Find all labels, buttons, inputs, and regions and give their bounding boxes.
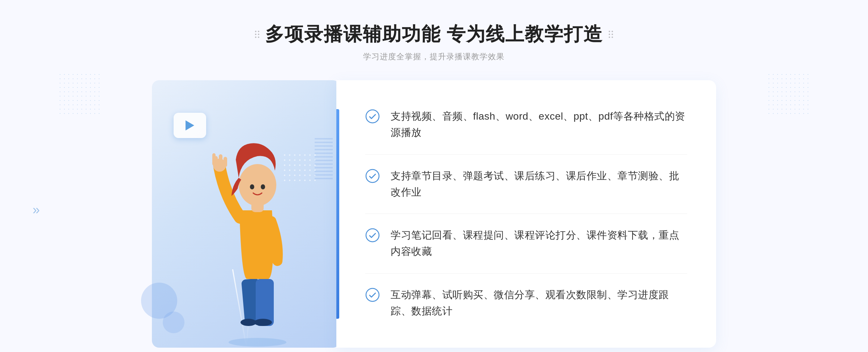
chevron-left-decoration: »	[33, 202, 40, 218]
deco-circle-2	[163, 312, 184, 333]
blue-bar-decoration	[336, 109, 339, 319]
check-icon-1	[365, 109, 380, 124]
feature-text-1: 支持视频、音频、flash、word、excel、ppt、pdf等各种格式的资源…	[391, 108, 687, 141]
dots-icon-left	[255, 31, 259, 38]
svg-rect-11	[219, 154, 222, 166]
video-play-button[interactable]	[174, 113, 206, 138]
svg-point-7	[250, 184, 254, 189]
illustration-panel	[152, 80, 340, 348]
page-subtitle: 学习进度全掌握，提升录播课教学效果	[255, 51, 613, 62]
svg-point-0	[229, 338, 286, 347]
feature-text-3: 学习笔记回看、课程提问、课程评论打分、课件资料下载，重点内容收藏	[391, 227, 687, 260]
svg-point-16	[366, 229, 379, 242]
svg-point-15	[366, 169, 379, 183]
dots-decoration-right	[767, 72, 810, 116]
check-icon-3	[365, 228, 380, 242]
svg-point-6	[239, 164, 276, 206]
dots-icon-right	[609, 31, 613, 38]
page-title: 多项录播课辅助功能 专为线上教学打造	[265, 22, 603, 47]
svg-point-8	[261, 184, 265, 189]
content-area: 支持视频、音频、flash、word、excel、ppt、pdf等各种格式的资源…	[152, 80, 716, 348]
header: 多项录播课辅助功能 专为线上教学打造 学习进度全掌握，提升录播课教学效果	[255, 22, 613, 62]
panel-stripes-decoration	[315, 138, 333, 181]
feature-text-2: 支持章节目录、弹题考试、课后练习、课后作业、章节测验、批改作业	[391, 168, 687, 201]
person-illustration	[200, 138, 315, 348]
page-container: » 多项录播课辅助功能 专为线上教学打造 学习进度全掌握，提升录播课教学效果	[0, 0, 868, 352]
svg-point-4	[254, 319, 272, 326]
title-row: 多项录播课辅助功能 专为线上教学打造	[255, 22, 613, 47]
dots-decoration-left	[58, 72, 101, 116]
divider-3	[365, 273, 687, 274]
svg-rect-12	[224, 157, 227, 167]
play-icon	[186, 120, 194, 130]
svg-point-17	[366, 288, 379, 301]
divider-2	[365, 214, 687, 214]
feature-text-4: 互动弹幕、试听购买、微信分享、观看次数限制、学习进度跟踪、数据统计	[391, 287, 687, 319]
check-icon-2	[365, 169, 380, 183]
feature-item-1: 支持视频、音频、flash、word、excel、ppt、pdf等各种格式的资源…	[365, 101, 687, 148]
svg-point-14	[366, 110, 379, 123]
feature-item-3: 学习笔记回看、课程提问、课程评论打分、课件资料下载，重点内容收藏	[365, 220, 687, 267]
feature-item-4: 互动弹幕、试听购买、微信分享、观看次数限制、学习进度跟踪、数据统计	[365, 280, 687, 327]
content-panel: 支持视频、音频、flash、word、excel、ppt、pdf等各种格式的资源…	[336, 80, 716, 348]
svg-rect-13	[212, 153, 216, 166]
feature-item-2: 支持章节目录、弹题考试、课后练习、课后作业、章节测验、批改作业	[365, 161, 687, 208]
divider-1	[365, 154, 687, 155]
check-icon-4	[365, 288, 380, 302]
